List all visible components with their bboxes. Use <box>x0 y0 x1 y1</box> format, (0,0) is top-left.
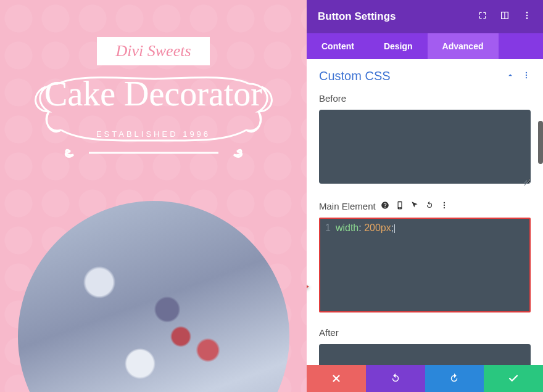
main-element-css-input[interactable]: 1 width: 200px; <box>319 218 531 312</box>
phone-icon[interactable] <box>396 201 404 211</box>
svg-point-3 <box>526 71 527 73</box>
section-more-icon[interactable] <box>522 71 531 82</box>
expand-icon[interactable] <box>478 10 487 23</box>
help-icon[interactable] <box>381 201 389 211</box>
page-preview: Divi Sweets Cake Decorator ESTABLISHED 1… <box>0 0 307 392</box>
hero-title: Cake Decorator <box>0 74 307 113</box>
css-value: 200px <box>364 223 391 233</box>
redo-button[interactable] <box>425 365 484 392</box>
ornament-frame: Cake Decorator ESTABLISHED 1996 <box>0 59 307 185</box>
cancel-button[interactable] <box>307 365 366 392</box>
svg-point-0 <box>526 12 528 14</box>
text-cursor <box>394 224 395 233</box>
field-more-icon[interactable] <box>440 201 449 211</box>
panel-layout-icon[interactable] <box>500 10 510 23</box>
hover-cursor-icon[interactable] <box>410 201 419 211</box>
section-title[interactable]: Custom CSS <box>319 69 391 83</box>
svg-point-1 <box>526 15 528 17</box>
tab-design[interactable]: Design <box>369 33 428 59</box>
resize-handle-icon[interactable] <box>522 178 529 185</box>
save-button[interactable] <box>484 365 543 392</box>
tab-advanced[interactable]: Advanced <box>428 33 499 59</box>
before-css-input[interactable] <box>319 110 531 184</box>
svg-point-8 <box>444 207 445 208</box>
svg-point-5 <box>526 76 527 78</box>
after-label: After <box>319 327 531 338</box>
panel-footer <box>307 365 543 392</box>
tab-content[interactable]: Content <box>307 33 369 59</box>
established-text: ESTABLISHED 1996 <box>0 129 307 139</box>
svg-point-2 <box>526 17 528 19</box>
css-property: width <box>336 223 359 233</box>
undo-button[interactable] <box>366 365 425 392</box>
more-icon[interactable] <box>522 10 532 23</box>
annotation-callout: 1 <box>307 276 309 297</box>
collapse-icon[interactable] <box>506 71 515 82</box>
tabs: Content Design Advanced <box>307 33 543 59</box>
panel-title: Button Settings <box>318 10 396 23</box>
panel-body: Custom CSS Before Main Element <box>307 59 543 365</box>
reset-icon[interactable] <box>425 201 434 211</box>
panel-header: Button Settings <box>307 0 543 33</box>
scrollbar[interactable] <box>538 121 543 164</box>
after-css-input[interactable] <box>319 344 531 365</box>
settings-panel: Button Settings Content Design Advanced … <box>307 0 543 392</box>
svg-point-6 <box>444 202 445 203</box>
svg-point-7 <box>444 205 445 206</box>
main-element-label: Main Element <box>319 201 376 211</box>
svg-point-4 <box>526 74 527 75</box>
line-number: 1 <box>325 223 331 234</box>
before-label: Before <box>319 93 531 104</box>
